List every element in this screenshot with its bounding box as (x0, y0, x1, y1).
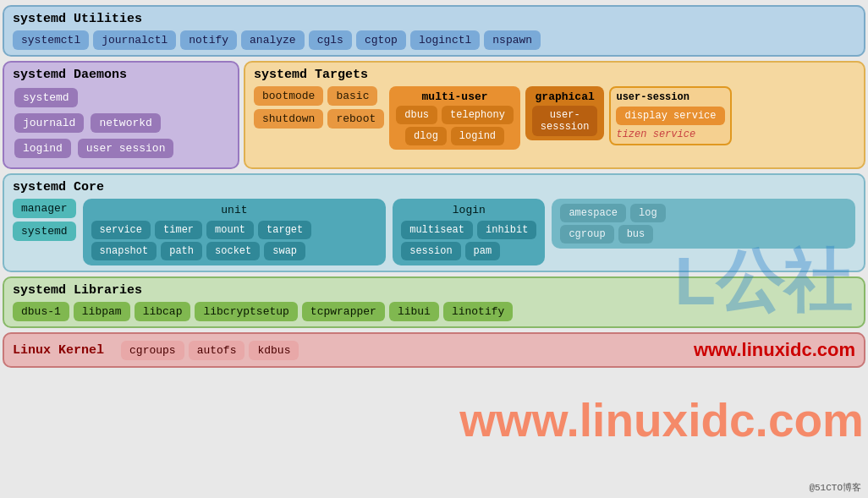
graphical-box: graphical user-sesssion (525, 86, 605, 140)
kernel-section: Linux Kernel cgroupsautofskdbus www.linu… (3, 332, 865, 368)
multiuser-label: multi-user (422, 90, 488, 103)
target-pill: target (258, 221, 311, 239)
core-inner: manager systemd unit service timer mount… (13, 199, 855, 265)
manager-pill: manager (13, 199, 76, 218)
cgls-pill: cgls (309, 30, 352, 50)
libraries-pills: dbus-1libpamlibcaplibcryptsetuptcpwrappe… (13, 302, 855, 321)
nspawn-pill: nspawn (484, 30, 541, 50)
watermark-url: www.linuxidc.com (459, 393, 864, 447)
notify-pill: notify (180, 30, 237, 50)
log-pill: log (630, 204, 666, 222)
display-service-pill: display service (616, 107, 724, 125)
libcap-lib-pill: libcap (135, 302, 191, 321)
namespace-box: amespace log cgroup bus (552, 199, 855, 249)
login-row2: session pam (401, 242, 536, 260)
systemctl-pill: systemctl (13, 30, 89, 50)
libpam-lib-pill: libpam (74, 302, 130, 321)
graphical-label: graphical (536, 90, 595, 103)
bus-pill: bus (618, 225, 654, 244)
telephony-pill: telephony (442, 106, 514, 124)
core-section: systemd Core manager systemd unit servic… (3, 173, 865, 272)
tizen-box: user-session display service tizen servi… (609, 86, 731, 145)
basic-bottom-pills: shutdown reboot (254, 109, 384, 129)
pam-pill: pam (465, 242, 501, 260)
cgroups-kernel-pill: cgroups (121, 341, 184, 360)
user-session-pill: user-sesssion (532, 106, 598, 136)
multiuser-row2: dlog logind (405, 127, 504, 145)
kernel-pills: cgroupsautofskdbus (121, 341, 677, 360)
logind-pill: logind (451, 127, 504, 145)
session-pill: session (401, 242, 460, 260)
tcpwrapper-lib-pill: tcpwrapper (302, 302, 385, 321)
libraries-section: systemd Libraries dbus-1libpamlibcaplibc… (3, 276, 865, 328)
libraries-title: systemd Libraries (13, 283, 855, 298)
daemons-targets-row: systemd Daemons systemdjournaldnetworkdl… (3, 61, 865, 169)
unit-row1: service timer mount target (91, 221, 378, 239)
bootmode-pill: bootmode (254, 86, 323, 106)
core-left: manager systemd (13, 199, 76, 241)
basic-pill: basic (327, 86, 377, 106)
autofs-kernel-pill: autofs (189, 341, 245, 360)
user-session-daemon: user session (78, 139, 174, 158)
socket-pill: socket (206, 242, 260, 260)
basic-top-pills: bootmode basic (254, 86, 384, 106)
user-session-label: user-session (616, 91, 724, 103)
multiuser-row1: dbus telephony (396, 106, 514, 124)
swap-pill: swap (264, 242, 305, 260)
loginctl-pill: loginctl (410, 30, 480, 50)
snapshot-pill: snapshot (91, 242, 157, 260)
service-pill: service (91, 221, 151, 239)
attribution: @51CTO博客 (809, 481, 861, 494)
login-label: login (401, 204, 536, 216)
analyze-pill: analyze (241, 30, 305, 50)
networkd-daemon: networkd (91, 113, 160, 133)
namespace-row2: cgroup bus (560, 225, 847, 244)
targets-inner: bootmode basic shutdown reboot multi-use… (254, 86, 855, 150)
dbus-1-lib-pill: dbus-1 (13, 302, 69, 321)
dbus-pill: dbus (396, 106, 437, 124)
daemons-items: systemdjournaldnetworkdloginduser sessio… (13, 86, 229, 160)
timer-pill: timer (155, 221, 202, 239)
inhibit-pill: inhibit (477, 221, 536, 239)
kernel-title: Linux Kernel (13, 343, 104, 358)
multiseat-pill: multiseat (401, 221, 473, 239)
logind-daemon: logind (14, 139, 71, 158)
targets-title: systemd Targets (254, 68, 855, 82)
unit-row2: snapshot path socket swap (91, 242, 378, 260)
unit-label: unit (91, 204, 378, 216)
multiuser-box: multi-user dbus telephony dlog logind (389, 86, 520, 150)
mount-pill: mount (206, 221, 254, 239)
journalctl-pill: journalctl (93, 30, 176, 50)
graphical-col: graphical user-sesssion (525, 86, 605, 140)
main-container: systemd Utilities systemctljournalctlnot… (3, 5, 865, 368)
path-pill: path (161, 242, 202, 260)
daemons-section: systemd Daemons systemdjournaldnetworkdl… (3, 61, 239, 169)
shutdown-pill: shutdown (254, 109, 323, 129)
systemd-daemon: systemd (14, 88, 78, 107)
reboot-pill: reboot (327, 109, 384, 129)
kdbus-kernel-pill: kdbus (249, 341, 299, 360)
journald-daemon: journald (14, 113, 84, 133)
cgroup-pill: cgroup (560, 225, 613, 244)
kernel-url: www.linuxidc.com (694, 339, 855, 361)
libcryptsetup-lib-pill: libcryptsetup (195, 302, 297, 321)
cgtop-pill: cgtop (356, 30, 406, 50)
basic-targets-col: bootmode basic shutdown reboot (254, 86, 384, 129)
linotify-lib-pill: linotify (443, 302, 513, 321)
unit-box: unit service timer mount target snapshot… (83, 199, 387, 265)
dlog-pill: dlog (405, 127, 447, 145)
login-box: login multiseat inhibit session pam (393, 199, 545, 265)
libui-lib-pill: libui (389, 302, 439, 321)
targets-section: systemd Targets bootmode basic shutdown … (244, 61, 865, 169)
login-row1: multiseat inhibit (401, 221, 536, 239)
utilities-section: systemd Utilities systemctljournalctlnot… (3, 5, 865, 57)
core-title: systemd Core (13, 180, 855, 194)
utilities-title: systemd Utilities (13, 12, 855, 26)
tizen-service-text: tizen service (616, 129, 724, 140)
daemons-title: systemd Daemons (13, 68, 229, 82)
namespace-row1: amespace log (560, 204, 847, 222)
namespace-pill: amespace (560, 204, 626, 222)
core-systemd-pill: systemd (13, 222, 76, 241)
utilities-pills: systemctljournalctlnotifyanalyzecglscgto… (13, 30, 855, 50)
